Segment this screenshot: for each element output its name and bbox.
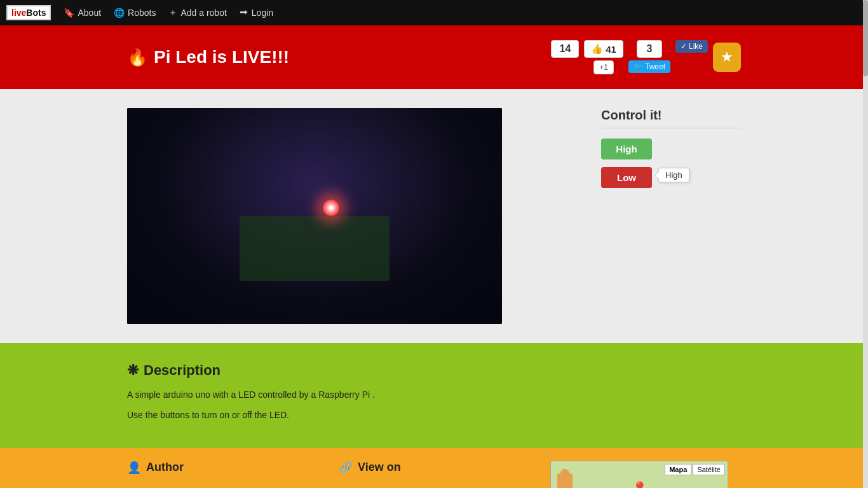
author-col: 👤 Author — [127, 461, 339, 488]
nav-robots-label: Robots — [128, 8, 156, 18]
hero-banner: 🔥 Pi Led is LIVE!!! 14 👍 41 +1 3 🐦 Tweet… — [0, 25, 868, 89]
comments-count: 3 — [637, 40, 662, 58]
tweet-button[interactable]: 🐦 Tweet — [628, 60, 670, 73]
logo-bots: Bots — [26, 8, 46, 18]
footer-section: 👤 Author 🔗 View on 📍 Mapa Satélite — [0, 448, 868, 488]
viewon-col: 🔗 View on — [339, 461, 550, 488]
person-head — [560, 469, 569, 478]
led-glow — [322, 199, 340, 217]
nav-about[interactable]: 🔖 About — [64, 8, 101, 18]
bookmark-icon: 🔖 — [64, 8, 74, 18]
gplus-button[interactable]: +1 — [593, 60, 614, 74]
star-button[interactable]: ★ — [713, 43, 741, 72]
like-check-icon: ✓ — [681, 42, 687, 51]
map-tab-satelite[interactable]: Satélite — [693, 464, 725, 475]
scrollbar-thumb[interactable] — [863, 0, 868, 76]
low-button[interactable]: Low — [601, 167, 652, 188]
nav-robots[interactable]: 🌐 Robots — [114, 8, 156, 18]
description-text1: A simple arduino uno with a LED controll… — [127, 388, 741, 402]
viewon-title: 🔗 View on — [339, 461, 550, 475]
hero-actions: 14 👍 41 +1 3 🐦 Tweet ✓ Like ★ — [551, 40, 741, 74]
nav-login-label: Login — [252, 8, 273, 18]
logo: liveBots — [6, 5, 51, 20]
share-count: 14 — [551, 40, 579, 58]
hero-title: 🔥 Pi Led is LIVE!!! — [127, 47, 289, 67]
nav-add-robot-label: Add a robot — [180, 8, 226, 18]
author-icon: 👤 — [127, 461, 141, 475]
globe-icon: 🌐 — [114, 8, 125, 18]
signin-icon: ⮕ — [240, 8, 248, 18]
nav-about-label: About — [78, 8, 101, 18]
comments-group: 3 🐦 Tweet — [628, 40, 670, 73]
like-group: ✓ Like — [675, 40, 708, 53]
map-pin-icon: 📍 — [631, 481, 648, 488]
logo-live: live — [11, 8, 26, 18]
main-content: Control it! High Low High — [0, 89, 868, 343]
control-panel: Control it! High Low High — [601, 108, 741, 324]
map-col: 📍 Mapa Satélite — [550, 461, 741, 488]
author-title: 👤 Author — [127, 461, 339, 475]
likes-count: 👍 41 — [584, 40, 623, 58]
control-title: Control it! — [601, 108, 741, 128]
video-player — [127, 108, 502, 324]
viewon-label: View on — [358, 461, 401, 474]
control-buttons: High Low High — [601, 139, 741, 188]
description-text2: Use the buttons to turn on or off the LE… — [127, 408, 741, 422]
scrollbar[interactable] — [863, 0, 868, 488]
map-tab-mapa[interactable]: Mapa — [665, 464, 691, 475]
high-button[interactable]: High — [601, 139, 652, 159]
viewon-icon: 🔗 — [339, 461, 353, 475]
hero-title-text: Pi Led is LIVE!!! — [154, 47, 289, 67]
high-tooltip: High — [658, 168, 689, 182]
video-area — [127, 108, 576, 324]
map-tab-bar: Mapa Satélite — [665, 464, 725, 475]
navbar: liveBots 🔖 About 🌐 Robots ＋ Add a robot … — [0, 0, 868, 25]
gplus-group: 👍 41 +1 — [584, 40, 623, 74]
twitter-icon: 🐦 — [634, 62, 643, 71]
video-inner — [127, 108, 502, 324]
description-icon: ❋ — [127, 362, 139, 379]
thumbsup-icon: 👍 — [591, 43, 603, 55]
like-button[interactable]: ✓ Like — [675, 40, 708, 53]
description-title: ❋ Description — [127, 362, 741, 379]
plus-icon: ＋ — [168, 7, 177, 18]
nav-add-robot[interactable]: ＋ Add a robot — [168, 7, 226, 18]
description-title-text: Description — [144, 362, 220, 379]
circuit-board — [240, 216, 390, 281]
map-person-icon — [557, 473, 573, 488]
nav-login[interactable]: ⮕ Login — [240, 8, 273, 18]
author-label: Author — [146, 461, 184, 474]
description-section: ❋ Description A simple arduino uno with … — [0, 343, 868, 448]
fire-icon: 🔥 — [127, 48, 147, 67]
map-area: 📍 Mapa Satélite — [550, 461, 728, 488]
